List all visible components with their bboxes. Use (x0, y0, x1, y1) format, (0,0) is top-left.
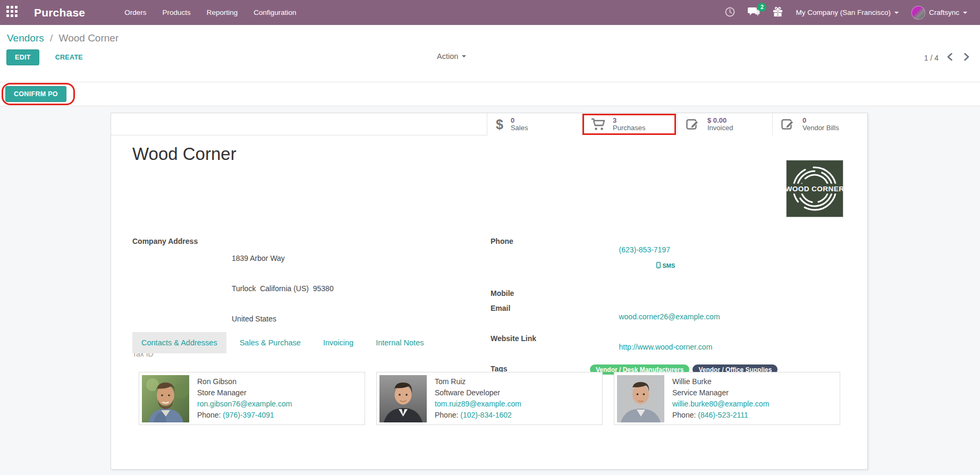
menu-products[interactable]: Products (156, 5, 197, 20)
company-switcher[interactable]: My Company (San Francisco) (790, 5, 904, 20)
menu-reporting[interactable]: Reporting (200, 5, 244, 20)
clock-icon (725, 7, 735, 19)
edit-pencil-icon (781, 118, 795, 131)
email-link[interactable]: wood.corner26@example.com (619, 312, 720, 321)
avatar (617, 375, 664, 422)
create-button[interactable]: CREATE (50, 50, 88, 65)
user-menu[interactable]: Craftsync (906, 3, 973, 23)
control-panel-buttons-row: EDIT CREATE Action 1 / 4 (0, 47, 980, 75)
email-row: Email wood.corner26@example.com (491, 304, 846, 329)
activities-button[interactable] (720, 4, 740, 22)
mobile-phone-icon (627, 256, 661, 276)
dollar-icon: $ (496, 118, 503, 131)
gift-icon (773, 7, 783, 19)
breadcrumb-separator: / (50, 32, 53, 44)
contact-info: Tom Ruiz Software Developer tom.ruiz89@e… (427, 375, 521, 422)
sms-button[interactable]: SMS (627, 256, 675, 276)
contact-phone-link[interactable]: (846)-523-2111 (698, 411, 748, 419)
phone-label: Phone (491, 237, 590, 284)
stat-purchases-button[interactable]: 3 Purchases (582, 113, 677, 135)
logo-text: WOOD CORNER (787, 185, 843, 193)
email-label: Email (491, 304, 590, 329)
purchases-count: 3 (613, 117, 645, 124)
website-label: Website Link (491, 334, 590, 360)
phone-value: (623)-853-7197 SMS (590, 237, 675, 284)
tab-internal-notes[interactable]: Internal Notes (367, 332, 433, 353)
tab-sales-purchase[interactable]: Sales & Purchase (231, 332, 310, 353)
stat-invoiced-button[interactable]: $ 0.00 Invoiced (677, 113, 772, 135)
chevron-down-icon (462, 55, 466, 57)
navbar-menus: Orders Products Reporting Configuration (118, 5, 302, 20)
company-address-label: Company Address (132, 237, 232, 345)
address-street: 1839 Arbor Way (232, 254, 334, 262)
app-title: Purchase (34, 6, 85, 19)
stat-vendor-bills-button[interactable]: 0 Vendor Bills (772, 113, 867, 135)
breadcrumb-vendors-link[interactable]: Vendors (7, 32, 44, 44)
messages-count-badge: 2 (757, 3, 766, 12)
vendor-fields: Company Address 1839 Arbor Way Turlock C… (132, 237, 846, 379)
contact-phone-label: Phone: (197, 411, 221, 419)
menu-orders[interactable]: Orders (118, 5, 153, 20)
user-avatar (911, 6, 925, 20)
vendor-logo-image[interactable]: WOOD CORNER (786, 160, 843, 217)
company-name: My Company (San Francisco) (796, 9, 891, 16)
shopping-cart-icon (591, 118, 605, 131)
confirm-po-wrapper: CONIFRM PO (5, 86, 66, 102)
messages-button[interactable]: 2 (742, 4, 765, 22)
action-dropdown[interactable]: Action (437, 52, 466, 61)
edit-button[interactable]: EDIT (6, 49, 39, 65)
company-address-row: Company Address 1839 Arbor Way Turlock C… (132, 237, 491, 345)
contact-email-link[interactable]: tom.ruiz89@example.com (435, 400, 521, 408)
contact-role: Software Developer (435, 387, 521, 398)
contact-phone-label: Phone: (435, 411, 458, 419)
address-city-state-zip: Turlock California (US) 95380 (232, 284, 334, 293)
contact-email-link[interactable]: willie.burke80@example.com (672, 400, 769, 408)
tab-contacts-addresses[interactable]: Contacts & Addresses (132, 332, 226, 353)
gift-button[interactable] (767, 4, 788, 22)
pager-next-button[interactable] (961, 51, 973, 64)
navbar-right: 2 My Company (San Francisco) (720, 3, 980, 23)
contact-card-willie-burke[interactable]: Willie Burke Service Manager willie.burk… (614, 372, 840, 425)
contact-email-link[interactable]: ron.gibson76@example.com (197, 400, 292, 408)
invoiced-label: Invoiced (707, 124, 733, 132)
chevron-right-icon (964, 54, 969, 62)
website-link[interactable]: http://www.wood-corner.com (619, 343, 712, 351)
edit-pencil-icon (686, 118, 700, 131)
pager-value: 1 / 4 (924, 54, 939, 62)
stat-sales-button[interactable]: $ 0 Sales (487, 113, 582, 135)
pager: 1 / 4 (924, 51, 973, 64)
purchases-label: Purchases (613, 124, 645, 132)
company-address-value: 1839 Arbor Way Turlock California (US) 9… (232, 237, 334, 345)
vendor-bills-count: 0 (802, 117, 839, 124)
phone-row: Phone (623)-853-7197 SMS (491, 237, 846, 284)
pager-previous-button[interactable] (944, 51, 956, 64)
contacts-list: Ron Gibson Store Manager ron.gibson76@ex… (139, 372, 840, 425)
mobile-label: Mobile (491, 289, 590, 299)
menu-configuration[interactable]: Configuration (247, 5, 302, 20)
contact-card-tom-ruiz[interactable]: Tom Ruiz Software Developer tom.ruiz89@e… (376, 372, 603, 425)
apps-menu-button[interactable] (0, 0, 24, 25)
invoiced-amount: $ 0.00 (707, 117, 733, 124)
sales-count: 0 (511, 117, 528, 124)
contact-info: Ron Gibson Store Manager ron.gibson76@ex… (189, 375, 292, 422)
breadcrumb: Vendors / Wood Corner (0, 25, 980, 44)
action-label: Action (437, 52, 458, 61)
breadcrumb-current: Wood Corner (59, 32, 119, 44)
fields-left-column: Company Address 1839 Arbor Way Turlock C… (132, 237, 491, 379)
confirm-po-button[interactable]: CONIFRM PO (5, 86, 66, 102)
apps-grid-icon (6, 6, 18, 19)
contact-name: Willie Burke (672, 376, 769, 387)
chevron-left-icon (947, 54, 952, 62)
contact-phone-link[interactable]: (976)-397-4091 (223, 411, 274, 419)
tab-invoicing[interactable]: Invoicing (314, 332, 362, 353)
mobile-row: Mobile (491, 289, 846, 299)
phone-link[interactable]: (623)-853-7197 (619, 245, 670, 254)
contact-role: Service Manager (672, 387, 769, 398)
sales-label: Sales (511, 124, 528, 132)
contact-card-ron-gibson[interactable]: Ron Gibson Store Manager ron.gibson76@ex… (139, 372, 365, 425)
email-value: wood.corner26@example.com (590, 304, 720, 329)
control-panel: Vendors / Wood Corner EDIT CREATE Action… (0, 25, 980, 82)
contact-phone-link[interactable]: (102)-834-1602 (460, 411, 512, 419)
contact-info: Willie Burke Service Manager willie.burk… (664, 375, 769, 422)
vendor-bills-label: Vendor Bills (802, 124, 839, 132)
